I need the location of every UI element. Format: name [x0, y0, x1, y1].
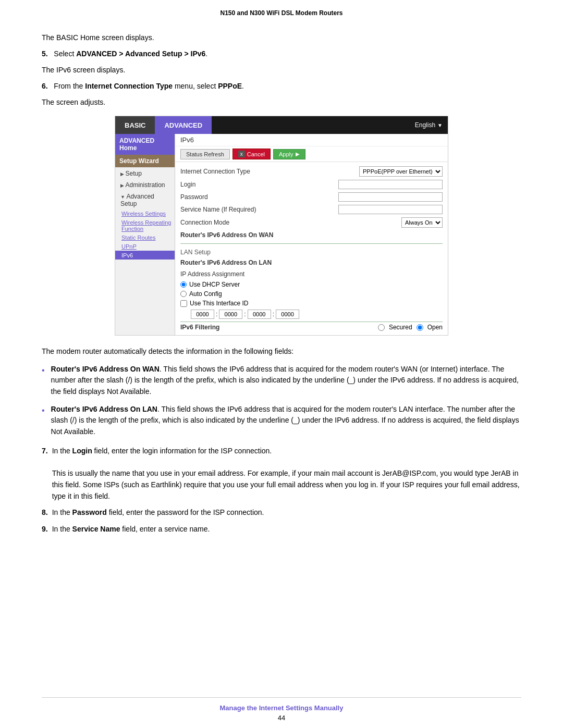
service-name-input[interactable]: [338, 205, 443, 214]
page-container: N150 and N300 WiFi DSL Modem Routers The…: [0, 0, 563, 728]
step6-bold1: Internet Connection Type: [85, 82, 173, 90]
bullet-dot-1: •: [42, 364, 45, 398]
footer-page-number: 44: [42, 714, 521, 722]
footer-link: Manage the Internet Settings Manually: [42, 704, 521, 712]
password-row: Password: [180, 191, 443, 203]
use-dhcp-row: Use DHCP Server: [180, 280, 443, 289]
step9-content: In the Service Name field, enter a servi…: [52, 524, 521, 535]
step-7: 7. In the Login field, enter the login i…: [42, 446, 521, 502]
open-label: Open: [427, 324, 443, 331]
sidebar-item-setup[interactable]: Setup: [115, 167, 175, 179]
sidebar-item-advanced-setup[interactable]: Advanced Setup: [115, 190, 175, 209]
router-ui-screenshot: BASIC ADVANCED English ▼ ADVANCED Home: [115, 116, 448, 336]
password-value: [290, 192, 443, 202]
sidebar-subitem-ipv6[interactable]: IPv6: [115, 251, 175, 260]
router-body: ADVANCED Home Setup Wizard Setup Adminis…: [115, 134, 448, 335]
sidebar-subitem-wireless-settings[interactable]: Wireless Settings: [115, 209, 175, 218]
ip-address-assignment-row: IP Address Assignment: [180, 268, 443, 280]
use-interface-id-checkbox[interactable]: [180, 300, 187, 307]
routers-ipv6-wan-row: Router's IPv6 Address On WAN: [180, 229, 443, 241]
bullet1-bold: Router's IPv6 Address On WAN: [51, 365, 160, 373]
password-label: Password: [180, 193, 290, 201]
open-radio[interactable]: [417, 324, 423, 331]
step7-bold: Login: [72, 447, 92, 455]
step7-content: In the Login field, enter the login info…: [52, 446, 521, 502]
step-6: 6. From the Internet Connection Type men…: [42, 81, 521, 92]
auto-config-label: Auto Config: [189, 290, 222, 298]
tab-basic[interactable]: BASIC: [115, 116, 155, 134]
login-row: Login: [180, 178, 443, 191]
iid-sep-3: :: [273, 311, 274, 318]
bullet-content-lan: Router's IPv6 Address On LAN. This field…: [51, 404, 521, 438]
main-title: IPv6: [175, 134, 448, 146]
tab-advanced[interactable]: ADVANCED: [155, 116, 212, 134]
filtering-radios: Secured Open: [290, 324, 443, 331]
ipv6-displays-text: The IPv6 screen displays.: [42, 65, 521, 76]
apply-arrow-icon: ▶: [296, 151, 300, 157]
divider-wan-lan: [180, 243, 443, 244]
use-interface-id-row: Use This Interface ID: [180, 299, 443, 308]
step-8: 8. In the Password field, enter the pass…: [42, 507, 521, 519]
routers-ipv6-lan-label: Router's IPv6 Address On LAN: [180, 259, 290, 266]
step9-num: 9.: [42, 524, 48, 535]
service-name-label: Service Name (If Required): [180, 206, 290, 213]
connection-mode-select[interactable]: Always On: [401, 217, 443, 228]
iid-field-4[interactable]: [276, 310, 299, 319]
iid-field-3[interactable]: [248, 310, 271, 319]
action-bar: Status Refresh x Cancel Apply ▶: [175, 146, 448, 162]
internet-connection-type-value: PPPoE(PPP over Ethernet): [290, 166, 443, 177]
use-dhcp-label: Use DHCP Server: [189, 281, 240, 288]
secured-radio[interactable]: [378, 324, 385, 331]
sidebar-item-setup-wizard[interactable]: Setup Wizard: [115, 155, 175, 167]
bullet-dot-2: •: [42, 404, 45, 438]
iid-field-2[interactable]: [219, 310, 242, 319]
step-9: 9. In the Service Name field, enter a se…: [42, 524, 521, 535]
login-input[interactable]: [338, 180, 443, 189]
sidebar-subitem-wireless-repeating[interactable]: Wireless Repeating Function: [115, 218, 175, 233]
secured-label: Secured: [389, 324, 412, 331]
bullet2-bold: Router's IPv6 Address On LAN: [51, 405, 157, 413]
use-interface-id-label: Use This Interface ID: [190, 300, 249, 307]
apply-button[interactable]: Apply ▶: [273, 149, 305, 159]
page-header: N150 and N300 WiFi DSL Modem Routers: [42, 0, 521, 22]
iid-sep-2: :: [244, 311, 246, 318]
bullet-item-lan: • Router's IPv6 Address On LAN. This fie…: [42, 404, 521, 438]
basic-home-text: The BASIC Home screen displays.: [42, 32, 521, 43]
ipv6-filtering-label: IPv6 Filtering: [180, 324, 290, 331]
internet-connection-type-select[interactable]: PPPoE(PPP over Ethernet): [359, 166, 443, 177]
auto-config-radio[interactable]: [180, 291, 187, 297]
ipv6-filtering-row: IPv6 Filtering Secured Open: [180, 322, 443, 332]
internet-connection-type-label: Internet Connection Type: [180, 168, 290, 175]
lang-dropdown-arrow: ▼: [437, 122, 443, 128]
step5-text: Select: [50, 50, 77, 58]
router-sidebar: ADVANCED Home Setup Wizard Setup Adminis…: [115, 134, 175, 335]
screen-adjusts-text: The screen adjusts.: [42, 97, 521, 108]
sidebar-subitem-static-routes[interactable]: Static Routes: [115, 233, 175, 242]
bullet-item-wan: • Router's IPv6 Address On WAN. This fie…: [42, 364, 521, 398]
cancel-button[interactable]: x Cancel: [232, 149, 271, 159]
sidebar-item-administration[interactable]: Administration: [115, 179, 175, 190]
main-content: The BASIC Home screen displays. 5. Selec…: [42, 22, 521, 697]
language-selector[interactable]: English ▼: [415, 121, 448, 129]
router-main-panel: IPv6 Status Refresh x Cancel Apply ▶: [175, 134, 448, 335]
sidebar-item-advanced-home[interactable]: ADVANCED Home: [115, 134, 175, 155]
iid-field-1[interactable]: [191, 310, 214, 319]
use-dhcp-radio[interactable]: [180, 281, 187, 288]
step-5: 5. Select ADVANCED > Advanced Setup > IP…: [42, 48, 521, 59]
sidebar-subitem-upnp[interactable]: UPnP: [115, 242, 175, 251]
step8-num: 8.: [42, 507, 48, 519]
status-refresh-button[interactable]: Status Refresh: [180, 149, 230, 159]
cancel-x-icon: x: [238, 151, 245, 157]
router-topbar: BASIC ADVANCED English ▼: [115, 116, 448, 134]
service-name-value: [290, 205, 443, 214]
step8-content: In the Password field, enter the passwor…: [52, 507, 521, 519]
form-area: Internet Connection Type PPPoE(PPP over …: [175, 162, 448, 335]
step6-bold2: PPPoE: [218, 82, 242, 90]
auto-detect-text: The modem router automatically detects t…: [42, 346, 521, 357]
iid-sep-1: :: [216, 311, 217, 318]
header-title: N150 and N300 WiFi DSL Modem Routers: [220, 9, 342, 17]
password-input[interactable]: [338, 192, 443, 202]
step7-detail: This is usually the name that you use in…: [52, 469, 520, 500]
step7-num: 7.: [42, 446, 48, 502]
interface-id-fields: : : :: [191, 310, 443, 319]
